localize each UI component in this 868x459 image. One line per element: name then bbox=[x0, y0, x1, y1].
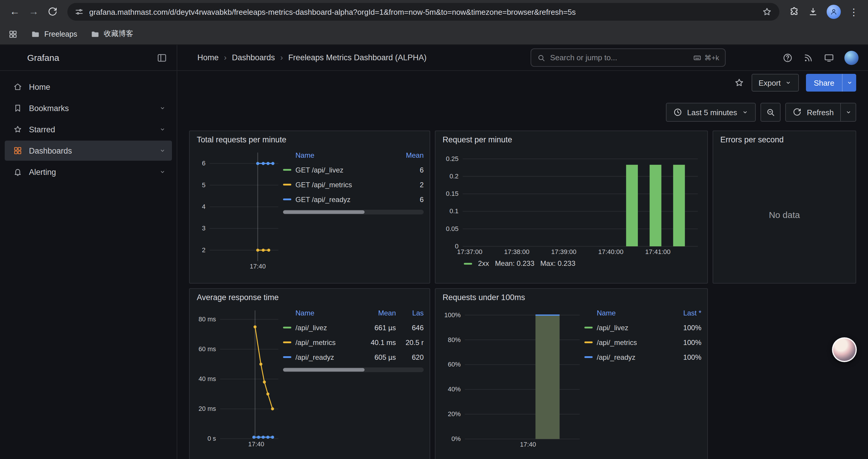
grafana-logo[interactable] bbox=[9, 52, 21, 64]
export-button[interactable]: Export bbox=[751, 74, 799, 92]
legend-header-last[interactable]: Last * bbox=[673, 309, 701, 317]
sidebar-brand: Grafana bbox=[0, 45, 177, 71]
panel-title[interactable]: Errors per second bbox=[713, 131, 856, 146]
browser-profile-avatar[interactable] bbox=[827, 5, 841, 19]
sidebar-nav: Home Bookmarks Starred Dashboards bbox=[0, 71, 177, 188]
bookmark-item[interactable]: 收藏博客 bbox=[90, 29, 133, 39]
legend-header-name[interactable]: Name bbox=[296, 309, 358, 317]
svg-text:0.15: 0.15 bbox=[446, 190, 459, 197]
favorite-star-icon[interactable] bbox=[734, 77, 744, 88]
panel-title[interactable]: Requests under 100ms bbox=[435, 289, 707, 304]
series-swatch bbox=[464, 263, 472, 264]
legend-table: Name Last * /api/_livez 100% bbox=[584, 305, 701, 459]
chevron-down-icon[interactable] bbox=[159, 126, 166, 133]
sidebar-item-alerting[interactable]: Alerting bbox=[5, 162, 172, 182]
series-swatch bbox=[283, 341, 291, 343]
kiosk-monitor-icon[interactable] bbox=[824, 52, 834, 63]
svg-text:17:40:00: 17:40:00 bbox=[598, 248, 624, 256]
zoom-out-button[interactable] bbox=[761, 103, 781, 122]
url-input[interactable] bbox=[89, 7, 756, 16]
scrollbar-thumb[interactable] bbox=[283, 368, 365, 371]
legend-row: /api/_livez 100% bbox=[584, 320, 701, 335]
panel-request-per-minute: Request per minute 00.050.10.150.20.2517… bbox=[435, 131, 708, 284]
chevron-down-icon[interactable] bbox=[159, 104, 166, 112]
panel-requests-under-100ms: Requests under 100ms 0%20%40%60%80%100%1… bbox=[435, 288, 708, 459]
sidebar-item-home[interactable]: Home bbox=[5, 77, 172, 97]
news-icon[interactable] bbox=[803, 52, 814, 63]
home-icon bbox=[13, 82, 23, 92]
share-menu-caret[interactable] bbox=[842, 74, 856, 92]
sidebar-item-starred[interactable]: Starred bbox=[5, 119, 172, 139]
legend-scrollbar[interactable] bbox=[283, 367, 424, 372]
panel-title[interactable]: Total requests per minute bbox=[190, 131, 430, 146]
line-chart[interactable]: 2345617:40 bbox=[195, 147, 283, 272]
reload-icon[interactable] bbox=[44, 3, 61, 21]
keyboard-icon bbox=[693, 54, 701, 62]
scrollbar-thumb[interactable] bbox=[283, 210, 365, 214]
svg-text:60%: 60% bbox=[448, 361, 461, 368]
series-max: Max: 0.233 bbox=[540, 259, 576, 268]
bookmark-star-icon[interactable] bbox=[762, 6, 772, 17]
breadcrumb-home[interactable]: Home bbox=[197, 53, 219, 62]
address-bar[interactable] bbox=[67, 3, 779, 21]
dashboards-icon bbox=[13, 146, 23, 155]
apps-icon[interactable] bbox=[8, 29, 18, 39]
svg-text:0 s: 0 s bbox=[208, 435, 216, 442]
chevron-down-icon bbox=[845, 109, 852, 116]
bell-icon bbox=[13, 167, 23, 177]
share-button[interactable]: Share bbox=[806, 74, 842, 92]
chevron-down-icon[interactable] bbox=[159, 168, 166, 175]
downloads-icon[interactable] bbox=[808, 6, 818, 17]
svg-text:17:40: 17:40 bbox=[250, 263, 266, 270]
line-chart[interactable]: 0 s20 ms40 ms60 ms80 ms17:40 bbox=[195, 305, 283, 450]
legend-row: /api/_livez 661 µs 646 bbox=[283, 320, 424, 335]
panel-title[interactable]: Average response time bbox=[190, 289, 430, 304]
breadcrumb-dashboards[interactable]: Dashboards bbox=[232, 53, 275, 62]
time-range-picker[interactable]: Last 5 minutes bbox=[666, 103, 756, 122]
legend-header-mean[interactable]: Mean bbox=[362, 309, 396, 317]
search-input[interactable] bbox=[550, 53, 688, 62]
legend-row: /api/_readyz 100% bbox=[584, 350, 701, 364]
help-icon[interactable] bbox=[782, 52, 793, 63]
floating-avatar-widget[interactable] bbox=[832, 337, 857, 362]
sidebar-item-dashboards[interactable]: Dashboards bbox=[5, 140, 172, 161]
sidebar-item-bookmarks[interactable]: Bookmarks bbox=[5, 98, 172, 118]
legend-row: /api/_metrics 40.1 ms 20.5 r bbox=[283, 335, 424, 350]
legend-header-last[interactable]: Las bbox=[400, 309, 424, 317]
svg-text:17:40: 17:40 bbox=[248, 440, 264, 448]
refresh-icon bbox=[793, 107, 802, 117]
svg-text:0%: 0% bbox=[452, 435, 461, 442]
series-mean: Mean: 0.233 bbox=[495, 259, 534, 268]
svg-text:40%: 40% bbox=[448, 386, 461, 393]
panel-title[interactable]: Request per minute bbox=[435, 131, 707, 146]
bookmark-item[interactable]: Freeleaps bbox=[31, 29, 77, 39]
sidebar-collapse-icon[interactable] bbox=[157, 52, 167, 63]
search-shortcut: ⌘+k bbox=[693, 54, 719, 62]
refresh-interval-caret[interactable] bbox=[841, 103, 856, 122]
site-settings-icon[interactable] bbox=[74, 7, 84, 17]
legend-header-mean[interactable]: Mean bbox=[397, 151, 424, 160]
chevron-down-icon bbox=[846, 79, 853, 86]
legend-scrollbar[interactable] bbox=[283, 210, 424, 215]
browser-chrome: ← → ⋮ Freeleaps 收藏博客 bbox=[0, 0, 868, 45]
chevron-down-icon[interactable] bbox=[159, 147, 166, 154]
bar-chart[interactable]: 0%20%40%60%80%100%17:40 bbox=[441, 305, 584, 450]
bar-chart[interactable]: 00.050.10.150.20.2517:37:0017:38:0017:39… bbox=[441, 147, 703, 257]
refresh-button[interactable]: Refresh bbox=[785, 103, 841, 122]
search-box[interactable]: ⌘+k bbox=[531, 48, 725, 67]
svg-text:17:38:00: 17:38:00 bbox=[504, 248, 529, 256]
back-icon[interactable]: ← bbox=[6, 3, 24, 21]
panel-grid: Total requests per minute 2345617:40 Nam… bbox=[189, 131, 856, 459]
dashboard-content: Last 5 minutes Refresh bbox=[177, 95, 868, 459]
legend-header-name[interactable]: Name bbox=[296, 151, 392, 160]
user-avatar[interactable] bbox=[844, 51, 859, 65]
folder-icon bbox=[90, 29, 99, 39]
extensions-icon[interactable] bbox=[789, 6, 800, 17]
series-swatch bbox=[283, 356, 291, 358]
refresh-group: Refresh bbox=[785, 103, 856, 122]
legend-header-name[interactable]: Name bbox=[597, 309, 669, 317]
series-name[interactable]: 2xx bbox=[478, 259, 489, 268]
browser-menu-icon[interactable]: ⋮ bbox=[849, 6, 859, 18]
forward-icon[interactable]: → bbox=[25, 3, 42, 21]
series-swatch bbox=[584, 327, 593, 328]
